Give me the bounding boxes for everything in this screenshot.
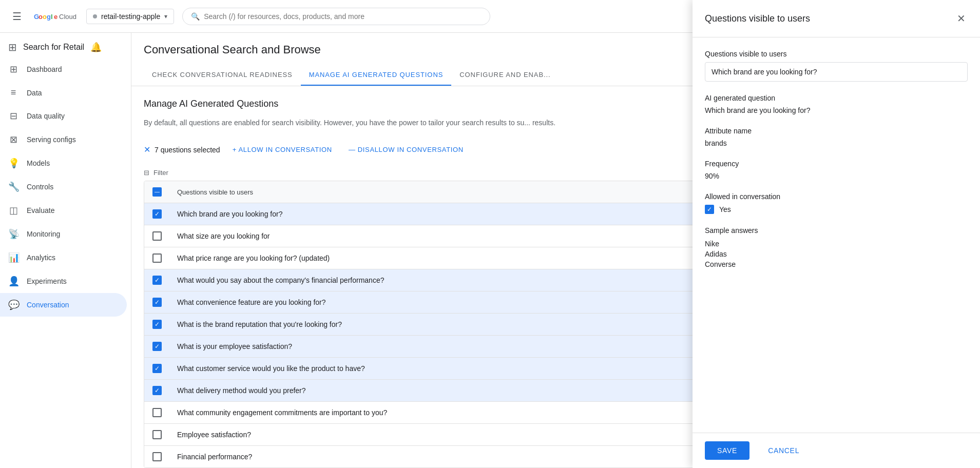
side-panel-title: Questions visible to users xyxy=(705,13,810,24)
row-checkbox-cell xyxy=(144,446,169,467)
sidebar-label-monitoring: Monitoring xyxy=(27,230,60,238)
project-name: retail-testing-apple xyxy=(101,12,160,21)
analytics-nav-icon: 📊 xyxy=(8,252,18,263)
row-checkbox-10[interactable] xyxy=(152,408,162,417)
cancel-button[interactable]: CANCEL xyxy=(756,441,812,460)
sidebar-product-icon: ⊞ xyxy=(8,41,17,53)
project-selector[interactable]: retail-testing-apple ▾ xyxy=(86,9,174,24)
sidebar-item-dashboard[interactable]: ⊞ Dashboard xyxy=(0,57,127,81)
svg-text:g: g xyxy=(47,13,51,21)
menu-icon[interactable]: ☰ xyxy=(8,6,26,27)
search-input[interactable] xyxy=(204,12,482,21)
ai-question-label: AI generated question xyxy=(705,94,968,102)
allowed-checkbox[interactable] xyxy=(705,205,714,214)
evaluate-nav-icon: ◫ xyxy=(8,205,18,216)
sidebar-label-controls: Controls xyxy=(27,183,53,191)
question-input[interactable] xyxy=(705,62,968,82)
row-checkbox-8[interactable] xyxy=(152,364,162,373)
save-button[interactable]: SAVE xyxy=(705,441,750,460)
google-cloud-logo: G o o g l e Cloud xyxy=(34,12,78,21)
row-checkbox-cell xyxy=(144,336,169,357)
google-logo-svg: G o o g l e Cloud xyxy=(34,12,78,21)
disallow-in-conversation-button[interactable]: — DISALLOW IN CONVERSATION xyxy=(344,143,468,157)
tab-manage-questions[interactable]: MANAGE AI GENERATED QUESTIONS xyxy=(301,65,452,86)
row-checkbox-9[interactable] xyxy=(152,386,162,395)
sidebar-item-controls[interactable]: 🔧 Controls xyxy=(0,175,127,199)
row-checkbox-2[interactable] xyxy=(152,231,162,241)
global-search-bar[interactable]: 🔍 xyxy=(182,8,490,25)
sidebar-item-conversation[interactable]: 💬 Conversation xyxy=(0,293,127,317)
row-checkbox-11[interactable] xyxy=(152,430,162,439)
clear-selection-icon[interactable]: ✕ xyxy=(144,145,150,154)
row-checkbox-1[interactable] xyxy=(152,209,162,219)
row-checkbox-cell xyxy=(144,225,169,247)
sidebar-label-analytics: Analytics xyxy=(27,254,55,262)
sidebar: ⊞ Search for Retail 🔔 ⊞ Dashboard ≡ Data… xyxy=(0,33,131,468)
search-icon: 🔍 xyxy=(191,12,200,21)
notifications-icon[interactable]: 🔔 xyxy=(90,42,102,53)
sidebar-item-data-quality[interactable]: ⊟ Data quality xyxy=(0,104,127,128)
sample-answer-item: Converse xyxy=(705,259,968,269)
sample-answers-label: Sample answers xyxy=(705,226,968,235)
row-checkbox-3[interactable] xyxy=(152,254,162,263)
models-nav-icon: 💡 xyxy=(8,158,18,169)
sidebar-label-data-quality: Data quality xyxy=(27,112,65,120)
side-panel-footer: SAVE CANCEL xyxy=(693,433,980,468)
disallow-label: — DISALLOW IN CONVERSATION xyxy=(349,146,464,153)
question-field-group: Questions visible to users xyxy=(705,50,968,82)
serving-configs-nav-icon: ⊠ xyxy=(8,134,18,145)
controls-nav-icon: 🔧 xyxy=(8,181,18,192)
sidebar-label-models: Models xyxy=(27,159,50,167)
side-panel: Questions visible to users ✕ Questions v… xyxy=(693,0,980,468)
allowed-value: Yes xyxy=(719,205,731,213)
sidebar-item-evaluate[interactable]: ◫ Evaluate xyxy=(0,199,127,222)
sidebar-item-experiments[interactable]: 👤 Experiments xyxy=(0,269,127,293)
sample-answer-item: Adidas xyxy=(705,249,968,259)
frequency-label: Frequency xyxy=(705,160,968,168)
row-checkbox-cell xyxy=(144,291,169,313)
allowed-label: Allowed in conversation xyxy=(705,192,968,201)
allowed-row: Yes xyxy=(705,205,968,214)
row-checkbox-cell xyxy=(144,269,169,291)
sidebar-item-serving-configs[interactable]: ⊠ Serving configs xyxy=(0,128,127,151)
svg-text:l: l xyxy=(51,13,53,21)
allowed-field-group: Allowed in conversation Yes xyxy=(705,192,968,214)
row-checkbox-5[interactable] xyxy=(152,298,162,307)
attribute-value: brands xyxy=(705,139,968,147)
row-checkbox-cell xyxy=(144,314,169,335)
filter-icon: ⊟ xyxy=(144,169,149,177)
sidebar-item-data[interactable]: ≡ Data xyxy=(0,81,127,104)
select-all-checkbox[interactable] xyxy=(152,187,162,197)
side-panel-body: Questions visible to users AI generated … xyxy=(693,37,980,433)
sidebar-header: ⊞ Search for Retail 🔔 xyxy=(0,33,131,57)
sample-answer-item: Nike xyxy=(705,239,968,249)
tab-check-readiness[interactable]: CHECK CONVERSATIONAL READINESS xyxy=(144,65,301,86)
row-checkbox-7[interactable] xyxy=(152,342,162,351)
frequency-field-group: Frequency 90% xyxy=(705,160,968,180)
ai-question-value: Which brand are you looking for? xyxy=(705,106,968,114)
svg-text:o: o xyxy=(39,13,43,21)
selected-count: ✕ 7 questions selected xyxy=(144,145,220,154)
sidebar-label-data: Data xyxy=(27,89,42,97)
filter-label: Filter xyxy=(153,169,168,177)
row-checkbox-4[interactable] xyxy=(152,276,162,285)
header-checkbox-cell xyxy=(144,181,169,203)
project-chevron-icon: ▾ xyxy=(164,13,167,20)
close-panel-button[interactable]: ✕ xyxy=(955,10,968,27)
allow-in-conversation-button[interactable]: + ALLOW IN CONVERSATION xyxy=(228,143,336,157)
row-checkbox-cell xyxy=(144,380,169,401)
sidebar-label-evaluate: Evaluate xyxy=(27,206,54,215)
sidebar-label-experiments: Experiments xyxy=(27,277,67,285)
monitoring-nav-icon: 📡 xyxy=(8,228,18,240)
row-checkbox-cell xyxy=(144,247,169,269)
sidebar-item-analytics[interactable]: 📊 Analytics xyxy=(0,246,127,269)
tab-configure[interactable]: CONFIGURE AND ENAB... xyxy=(451,65,559,86)
sidebar-item-models[interactable]: 💡 Models xyxy=(0,151,127,175)
row-checkbox-cell xyxy=(144,203,169,225)
row-checkbox-12[interactable] xyxy=(152,452,162,461)
ai-question-field-group: AI generated question Which brand are yo… xyxy=(705,94,968,114)
row-checkbox-6[interactable] xyxy=(152,320,162,329)
question-field-label: Questions visible to users xyxy=(705,50,968,58)
frequency-value: 90% xyxy=(705,172,968,180)
sidebar-item-monitoring[interactable]: 📡 Monitoring xyxy=(0,222,127,246)
